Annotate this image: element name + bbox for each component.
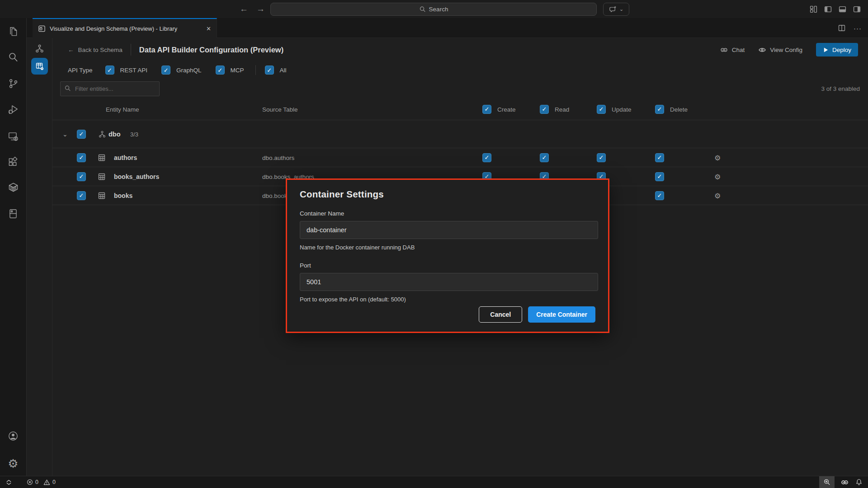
search-label: Search (429, 6, 448, 13)
source-table: dbo.authors (262, 154, 294, 161)
update-all-checkbox[interactable] (597, 105, 606, 114)
create-all-checkbox[interactable] (482, 105, 491, 114)
warning-icon (43, 479, 50, 486)
container-name-input[interactable] (300, 221, 598, 239)
deploy-button[interactable]: Deploy (816, 43, 858, 56)
schema-group-row[interactable]: ⌄ dbo 3/3 (52, 120, 868, 148)
container-name-label: Container Name (300, 210, 595, 217)
row-delete-checkbox[interactable] (655, 191, 664, 200)
filter-entities-input[interactable] (60, 81, 160, 96)
filter-search-icon (64, 85, 71, 92)
accounts-icon[interactable] (0, 425, 26, 447)
mcp-checkbox[interactable] (216, 66, 225, 75)
designer-toolbar (27, 38, 52, 476)
command-center-search[interactable]: Search (270, 3, 597, 16)
copilot-chat-dropdown[interactable]: ⌄ (603, 3, 629, 16)
row-checkbox[interactable] (77, 153, 86, 162)
view-config-button[interactable]: View Config (758, 46, 802, 54)
remote-explorer-icon[interactable] (0, 126, 26, 147)
row-delete-checkbox[interactable] (655, 153, 664, 162)
source-control-icon[interactable] (0, 73, 26, 94)
search-icon (419, 6, 426, 13)
schema-group-icon (98, 130, 106, 138)
api-option-all[interactable]: All (265, 66, 287, 75)
api-type-row: API Type REST API GraphQL MCP All (52, 61, 868, 79)
container-tools-icon[interactable] (0, 176, 26, 198)
read-header: Read (555, 106, 569, 113)
search-sidebar-icon[interactable] (0, 47, 26, 68)
copilot-status-icon[interactable] (837, 476, 852, 488)
editor-more-actions-icon[interactable]: ··· (854, 24, 862, 32)
nav-back-icon[interactable]: ← (240, 4, 248, 14)
row-read-checkbox[interactable] (540, 153, 549, 162)
table-icon (98, 154, 105, 161)
delete-header: Delete (670, 106, 688, 113)
warning-count: 0 (52, 479, 56, 485)
visualize-schema-tool-icon[interactable] (35, 44, 44, 53)
tab-close-icon[interactable]: ✕ (206, 25, 211, 32)
status-bar: 0 0 (0, 476, 868, 488)
title-bar: ← → Search ⌄ (0, 0, 868, 18)
row-checkbox[interactable] (77, 172, 86, 181)
settings-gear-icon[interactable]: ⚙ (0, 453, 26, 474)
copilot-chat-icon (609, 5, 617, 13)
port-input[interactable] (300, 273, 598, 291)
dab-config-tool-active[interactable] (31, 58, 48, 75)
toggle-panel-icon[interactable] (839, 5, 846, 13)
entity-name: authors (114, 154, 137, 161)
row-delete-checkbox[interactable] (655, 172, 664, 181)
delete-all-checkbox[interactable] (655, 105, 664, 114)
header-divider (131, 44, 131, 56)
table-icon (98, 192, 105, 199)
source-table-header: Source Table (262, 106, 298, 113)
row-checkbox[interactable] (77, 191, 86, 200)
all-checkbox[interactable] (265, 66, 274, 75)
schema-designer-tab-icon (38, 25, 46, 33)
database-icon[interactable] (0, 203, 26, 225)
group-collapse-chevron-icon[interactable]: ⌄ (62, 131, 68, 138)
zoom-status-button[interactable] (819, 476, 835, 488)
chevron-down-icon: ⌄ (619, 6, 623, 12)
api-option-graphql[interactable]: GraphQL (161, 66, 202, 75)
create-container-button[interactable]: Create Container (528, 306, 595, 323)
chat-button[interactable]: Chat (720, 46, 745, 54)
entity-name: books (114, 192, 132, 199)
table-row-authors[interactable]: authors dbo.authors ⚙ (52, 148, 868, 167)
nav-forward-icon[interactable]: → (256, 4, 265, 14)
back-arrow-icon: ← (68, 47, 74, 53)
cancel-button[interactable]: Cancel (479, 306, 522, 323)
explorer-icon[interactable] (0, 21, 26, 42)
update-header: Update (612, 106, 632, 113)
modal-title: Container Settings (300, 189, 595, 200)
row-settings-gear-icon[interactable]: ⚙ (714, 191, 721, 200)
remote-icon (5, 479, 12, 486)
split-editor-icon[interactable] (838, 24, 845, 32)
notifications-bell-icon[interactable] (852, 476, 866, 488)
toggle-secondary-sidebar-icon[interactable] (853, 5, 861, 13)
read-all-checkbox[interactable] (540, 105, 549, 114)
toggle-primary-sidebar-icon[interactable] (824, 5, 832, 13)
table-icon (98, 173, 105, 180)
play-icon (823, 47, 829, 53)
run-debug-icon[interactable] (0, 99, 26, 120)
rest-api-checkbox[interactable] (105, 66, 114, 75)
row-create-checkbox[interactable] (482, 153, 491, 162)
customize-layout-icon[interactable] (810, 5, 817, 13)
graphql-checkbox[interactable] (161, 66, 170, 75)
entity-name: books_authors (114, 173, 159, 180)
row-settings-gear-icon[interactable]: ⚙ (714, 153, 721, 162)
problems-indicator[interactable]: 0 0 (24, 476, 59, 488)
back-to-schema-link[interactable]: ← Back to Schema (68, 47, 123, 53)
remote-indicator[interactable] (0, 476, 15, 488)
row-update-checkbox[interactable] (597, 153, 606, 162)
row-settings-gear-icon[interactable]: ⚙ (714, 172, 721, 181)
container-settings-modal: Container Settings Container Name Name f… (286, 178, 609, 333)
extensions-icon[interactable] (0, 151, 26, 173)
error-count: 0 (35, 479, 38, 485)
zoom-in-icon (823, 479, 830, 486)
tab-visualize-schema[interactable]: Visualize and Design Schema (Preview) - … (33, 18, 217, 38)
api-option-rest[interactable]: REST API (105, 66, 148, 75)
api-options-divider (255, 65, 256, 75)
api-option-mcp[interactable]: MCP (216, 66, 244, 75)
group-checkbox[interactable] (77, 130, 86, 139)
